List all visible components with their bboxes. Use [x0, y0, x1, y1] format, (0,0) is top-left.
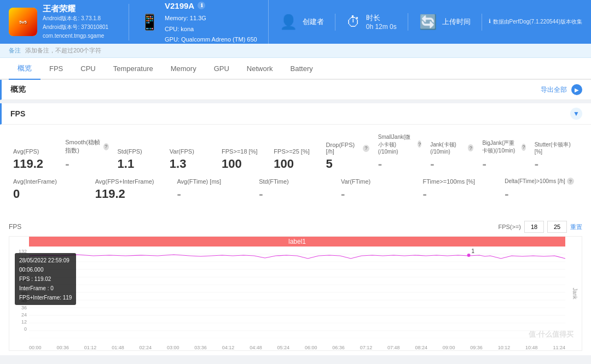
x-label-0412: 04:12	[222, 345, 235, 350]
x-label-0636: 06:36	[332, 345, 345, 350]
fps25-value: 100	[274, 157, 317, 171]
x-label-0000: 00:00	[29, 345, 42, 350]
tab-battery[interactable]: Battery	[282, 59, 322, 79]
duration-icon: ⏱	[346, 14, 361, 31]
std-ftime-value: -	[259, 187, 332, 201]
tab-temperature[interactable]: Temperature	[105, 59, 162, 79]
fps-collapse-button[interactable]: ▼	[570, 108, 582, 120]
small-jank-label: SmallJank(微小卡顿)(/10min) ?	[378, 133, 421, 155]
fps-reset-button[interactable]: 重置	[570, 223, 582, 231]
tooltip-fps-plus: FPS+InterFrame: 119	[19, 293, 72, 302]
tab-memory[interactable]: Memory	[162, 59, 205, 79]
remark-bar: 备注 添加备注，不超过200个字符	[0, 44, 591, 58]
jank-axis-label: Jank	[572, 287, 578, 299]
x-label-0900: 09:00	[443, 345, 455, 350]
perfdog-note: ℹ 数据由PerfDog(7.1.220544)版本收集	[489, 18, 582, 26]
device-memory: Memory: 11.3G	[165, 13, 257, 24]
tab-fps[interactable]: FPS	[40, 59, 72, 79]
drop-fps-cell: Drop(FPS) [/h] ? 5	[322, 142, 374, 171]
device-name: V2199A ℹ	[165, 0, 257, 13]
ftime-100-value: -	[423, 187, 496, 201]
avg-interframe-label: Avg(InterFrame)	[13, 178, 86, 185]
delta-ftime-label: Delta(FTime)>100ms [/h] ?	[505, 178, 578, 185]
upload-content: 上传时间	[442, 17, 471, 27]
fps25-cell: FPS>=25 [%] 100	[269, 148, 321, 171]
x-label-1124: 11:24	[553, 345, 565, 350]
fps-val2-input[interactable]	[547, 221, 567, 233]
var-fps-value: 1.3	[170, 157, 213, 171]
fps-panel: FPS ▼ Avg(FPS) 119.2 Smooth(稳帧指数) ? - St…	[0, 103, 591, 355]
big-jank-help-icon[interactable]: ?	[522, 144, 526, 151]
big-jank-cell: BigJank(严重卡顿)(/10min) ? -	[478, 139, 530, 171]
delta-help-icon[interactable]: ?	[567, 178, 574, 185]
avg-ftime-label: Avg(FTime) [ms]	[177, 178, 250, 185]
avg-fps-interframe-value: 119.2	[95, 187, 169, 201]
jank-help-icon[interactable]: ?	[468, 144, 473, 151]
info-badge[interactable]: ℹ	[198, 2, 205, 9]
fps-gte-label: FPS(>=)	[498, 224, 521, 230]
device-details: V2199A ℹ Memory: 11.3G CPU: kona GPU: Qu…	[165, 0, 257, 45]
tooltip-interframe: InterFrame : 0	[19, 284, 72, 293]
var-ftime-label: Var(FTime)	[341, 178, 414, 185]
app-header: 5v5 王者荣耀 Android版本名: 3.73.1.8 Android版本号…	[0, 0, 591, 44]
x-label-0748: 07:48	[387, 345, 400, 350]
avg-fps-interframe-cell: Avg(FPS+InterFrame) 119.2	[91, 178, 173, 201]
fps-stats-grid: Avg(FPS) 119.2 Smooth(稳帧指数) ? - Std(FPS)…	[0, 125, 591, 216]
big-jank-value: -	[482, 157, 525, 171]
big-jank-label: BigJank(严重卡顿)(/10min) ?	[482, 139, 525, 155]
chart-x-axis: 00:00 00:36 01:12 01:48 02:24 03:00 03:3…	[29, 345, 565, 350]
avg-interframe-value: 0	[13, 187, 86, 201]
tab-cpu[interactable]: CPU	[72, 59, 104, 79]
var-ftime-value: -	[341, 187, 414, 201]
small-jank-help-icon[interactable]: ?	[418, 140, 421, 148]
fps-stats-row2: Avg(InterFrame) 0 Avg(FPS+InterFrame) 11…	[9, 178, 582, 201]
jank-value: -	[430, 157, 473, 171]
device-icon: 📱	[140, 13, 159, 31]
drop-fps-label: Drop(FPS) [/h] ?	[326, 142, 369, 155]
creator-stat: 👤 创建者	[269, 14, 335, 31]
fps-val1-input[interactable]	[524, 221, 544, 233]
overview-section-header: 概览 导出全部 ▶	[0, 80, 591, 100]
delta-ftime-value: -	[505, 187, 578, 201]
avg-fps-cell: Avg(FPS) 119.2	[9, 148, 61, 171]
app-android-version: Android版本名: 3.73.1.8	[43, 14, 108, 23]
std-ftime-label: Std(FTime)	[259, 178, 332, 185]
tab-overview[interactable]: 概览	[9, 58, 40, 80]
std-fps-cell: Std(FPS) 1.1	[113, 148, 165, 171]
x-label-0600: 06:00	[305, 345, 317, 350]
var-ftime-cell: Var(FTime) -	[337, 178, 419, 201]
x-label-0300: 03:00	[167, 345, 179, 350]
overview-collapse-button[interactable]: ▶	[571, 84, 582, 95]
ftime-100-cell: FTime>=100ms [%] -	[419, 178, 501, 201]
fps18-value: 100	[222, 157, 265, 171]
creator-content: 创建者	[303, 17, 324, 27]
export-button[interactable]: 导出全部	[541, 85, 567, 95]
remark-label: 备注	[9, 46, 21, 55]
avg-ftime-value: -	[177, 187, 250, 201]
fps18-label: FPS>=18 [%]	[222, 148, 265, 155]
smooth-help-icon[interactable]: ?	[103, 143, 109, 150]
overview-title: 概览	[10, 85, 26, 95]
tab-network[interactable]: Network	[238, 59, 282, 79]
device-info: 📱 V2199A ℹ Memory: 11.3G CPU: kona GPU: …	[129, 0, 269, 45]
chart-tooltip: 28/05/2022 22:59:09 00:06.000 FPS : 119.…	[15, 253, 76, 305]
fps-stats-row1: Avg(FPS) 119.2 Smooth(稳帧指数) ? - Std(FPS)…	[9, 133, 582, 171]
tooltip-time: 00:06.000	[19, 265, 72, 274]
smooth-cell: Smooth(稳帧指数) ? -	[61, 138, 113, 171]
var-fps-label: Var(FPS)	[170, 148, 213, 155]
app-android-code: Android版本号: 373010801	[43, 23, 108, 32]
svg-point-13	[467, 254, 471, 257]
drop-fps-value: 5	[326, 157, 369, 171]
remark-placeholder[interactable]: 添加备注，不超过200个字符	[25, 46, 101, 55]
x-label-0936: 09:36	[470, 345, 483, 350]
tab-gpu[interactable]: GPU	[205, 59, 238, 79]
x-label-0224: 02:24	[140, 345, 152, 350]
chart-title: FPS	[9, 223, 21, 231]
duration-stat: ⏱ 时长 0h 12m 0s	[335, 13, 408, 31]
device-cpu: CPU: kona	[165, 24, 257, 35]
stutter-cell: Stutter(卡顿率) [%] -	[530, 141, 582, 171]
smooth-value: -	[65, 157, 108, 171]
x-label-0112: 01:12	[84, 345, 97, 350]
duration-label: 时长	[366, 13, 397, 23]
drop-help-icon[interactable]: ?	[363, 145, 369, 152]
